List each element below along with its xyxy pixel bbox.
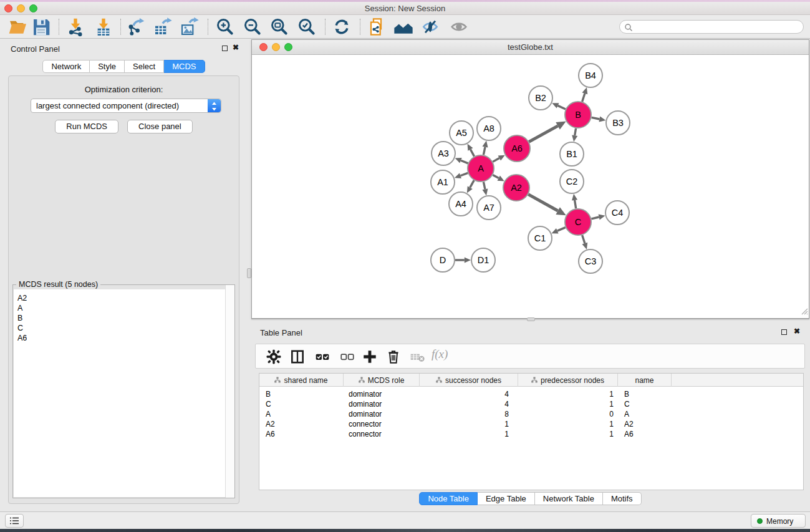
criterion-select[interactable]: largest connected component (directed) — [31, 99, 221, 113]
float-panel-icon[interactable] — [222, 46, 228, 51]
zoom-fit-icon[interactable] — [269, 17, 289, 37]
tab-network-table[interactable]: Network Table — [535, 492, 603, 505]
network-window-titlebar[interactable]: testGlobe.txt — [252, 40, 809, 55]
table-cell: dominator — [344, 389, 420, 399]
tab-node-table[interactable]: Node Table — [419, 492, 478, 505]
tab-select[interactable]: Select — [125, 60, 164, 73]
column-header-shared-name[interactable]: shared name — [259, 374, 344, 387]
graph-edge-A-A5[interactable] — [470, 150, 474, 157]
close-table-panel-icon[interactable]: ✖ — [794, 327, 800, 336]
function-builder-icon: f(x) — [432, 347, 448, 361]
table-row[interactable]: Bdominator41B — [259, 389, 803, 399]
tab-motifs[interactable]: Motifs — [603, 492, 642, 505]
table-row[interactable]: Cdominator41C — [259, 399, 803, 409]
close-panel-button[interactable]: Close panel — [127, 120, 193, 133]
import-table-icon[interactable] — [94, 17, 113, 37]
search-input[interactable] — [635, 21, 798, 32]
zoom-in-icon[interactable] — [215, 17, 235, 37]
graph-edge-A-A2[interactable] — [493, 175, 498, 178]
vertical-splitter-handle[interactable] — [247, 268, 251, 278]
graph-edge-C-C1[interactable] — [557, 228, 566, 231]
node-table: shared nameMCDS rolesuccessor nodesprede… — [259, 373, 804, 490]
table-cell: C — [618, 399, 672, 409]
network-canvas[interactable]: AA1A2A3A4A5A6A7A8BB1B2B3B4CC1C2C3C4DD1 — [252, 55, 809, 318]
float-table-panel-icon[interactable] — [781, 329, 787, 335]
tab-style[interactable]: Style — [90, 60, 125, 73]
network-graph[interactable]: AA1A2A3A4A5A6A7A8BB1B2B3B4CC1C2C3C4DD1 — [252, 55, 809, 318]
graph-edge-A-A7[interactable] — [483, 182, 485, 190]
refresh-icon[interactable] — [332, 17, 352, 37]
graph-edge-A6-B[interactable] — [529, 126, 557, 142]
graph-edge-C-C4[interactable] — [591, 217, 599, 219]
column-header-name[interactable]: name — [618, 374, 672, 387]
graph-edge-A-A6[interactable] — [493, 158, 499, 162]
wallpaper-bottom — [0, 529, 810, 532]
home-neighbors-icon[interactable] — [393, 17, 413, 37]
graph-edge-B-B3[interactable] — [592, 117, 600, 119]
mcds-result-item[interactable]: A — [14, 303, 234, 313]
graph-edge-A-A4[interactable] — [470, 180, 474, 187]
add-column-icon[interactable] — [362, 349, 378, 365]
mcds-list-scrollbar[interactable] — [225, 285, 234, 498]
select-all-icon[interactable] — [314, 349, 330, 365]
edge-arrowhead — [455, 173, 461, 178]
graph-edge-B-B1[interactable] — [575, 128, 576, 135]
close-panel-icon[interactable]: ✖ — [233, 43, 239, 52]
export-network-icon[interactable] — [126, 17, 146, 37]
graph-edge-A2-C[interactable] — [528, 195, 557, 211]
node-label-A4: A4 — [455, 199, 466, 209]
export-image-icon[interactable] — [180, 17, 200, 37]
table-row[interactable]: A6connector11A6 — [259, 429, 803, 439]
desktop: Session: New Session — [0, 0, 810, 532]
node-label-A5: A5 — [456, 128, 467, 138]
table-row[interactable]: A2connector11A2 — [259, 419, 803, 429]
mcds-result-item[interactable]: B — [14, 313, 234, 323]
window-resize-grip[interactable] — [799, 306, 808, 317]
table-row[interactable]: Adominator80A — [259, 409, 803, 419]
graph-edge-A-A1[interactable] — [460, 173, 468, 175]
zoom-selected-icon[interactable] — [297, 17, 317, 37]
graph-edge-B-B4[interactable] — [582, 94, 585, 102]
export-table-icon[interactable] — [153, 17, 173, 37]
column-header-successor-nodes[interactable]: successor nodes — [420, 374, 518, 387]
graph-edge-C-C3[interactable] — [582, 235, 585, 243]
mcds-result-item[interactable]: A6 — [14, 333, 234, 343]
task-history-button[interactable] — [5, 514, 24, 528]
tab-mcds[interactable]: MCDS — [164, 60, 205, 73]
tab-network[interactable]: Network — [42, 60, 90, 73]
node-label-B3: B3 — [612, 118, 624, 128]
tab-edge-table[interactable]: Edge Table — [478, 492, 535, 505]
column-header-MCDS-role[interactable]: MCDS role — [344, 374, 420, 387]
edge-arrowhead — [572, 194, 577, 201]
table-panel-tabs: Node TableEdge TableNetwork TableMotifs — [251, 492, 809, 505]
mcds-result-list[interactable]: A2ABCA6 — [14, 289, 234, 497]
table-settings-gear-icon[interactable] — [266, 349, 282, 365]
table-cell: 4 — [420, 399, 518, 409]
column-visibility-icon[interactable] — [289, 349, 306, 365]
mcds-result-item[interactable]: C — [14, 323, 234, 333]
mcds-result-item[interactable]: A2 — [14, 289, 234, 303]
delete-table-icon[interactable] — [385, 349, 402, 365]
toolbar-separator — [59, 19, 59, 35]
save-session-icon[interactable] — [31, 17, 51, 37]
graph-edge-A-A3[interactable] — [461, 160, 468, 163]
search-field[interactable] — [619, 20, 804, 34]
memory-button[interactable]: Memory — [751, 514, 806, 528]
node-label-B2: B2 — [535, 93, 546, 103]
edge-arrowhead — [482, 141, 488, 148]
horizontal-splitter-handle[interactable] — [527, 317, 535, 321]
run-mcds-button[interactable]: Run MCDS — [55, 120, 118, 133]
table-cell: connector — [344, 429, 420, 439]
zoom-out-icon[interactable] — [243, 17, 263, 37]
open-file-icon[interactable] — [7, 17, 27, 37]
column-header-predecessor-nodes[interactable]: predecessor nodes — [518, 374, 618, 387]
node-label-A3: A3 — [438, 148, 449, 158]
import-network-icon[interactable] — [65, 17, 85, 37]
hide-graphics-details-icon[interactable] — [420, 17, 440, 37]
graph-edge-B-B2[interactable] — [558, 105, 566, 109]
graph-edge-C-C2[interactable] — [575, 200, 576, 208]
node-label-C4: C4 — [612, 208, 624, 218]
unselect-all-icon[interactable] — [339, 349, 355, 365]
duplicate-network-icon[interactable] — [367, 17, 387, 37]
graph-edge-A-A8[interactable] — [483, 147, 485, 155]
